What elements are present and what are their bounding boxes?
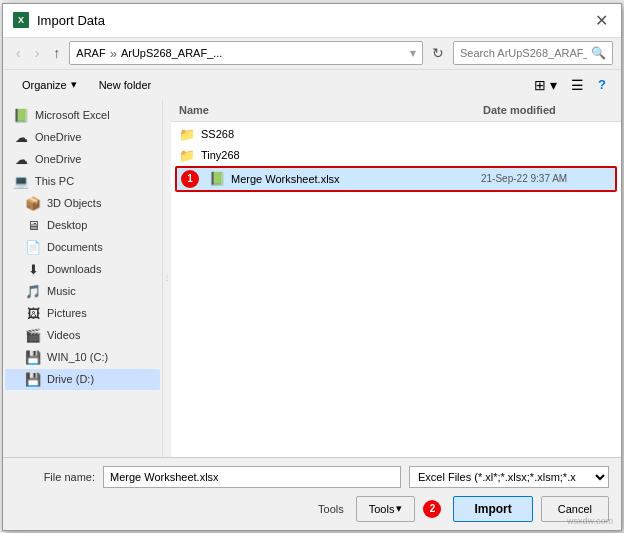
sidebar-item-label: 3D Objects [47,197,152,209]
onedrive1-icon: ☁ [13,130,29,145]
col-date-header: Date modified [483,104,613,116]
tools-button[interactable]: Tools ▾ [356,496,416,522]
sidebar-item-pictures[interactable]: 🖼 Pictures [5,303,160,324]
sidebar-item-winc[interactable]: 💾 WIN_10 (C:) [5,347,160,368]
sidebar-item-label: Documents [47,241,152,253]
sidebar-item-label: OneDrive [35,131,152,143]
sidebar-item-label: Music [47,285,152,297]
sidebar-item-label: Drive (D:) [47,373,152,385]
main-content: 📗 Microsoft Excel ☁ OneDrive ☁ OneDrive … [3,100,621,457]
sidebar-item-documents[interactable]: 📄 Documents [5,237,160,258]
tools-btn-label: Tools [369,503,395,515]
filename-row: File name: Excel Files (*.xl*;*.xlsx;*.x… [15,466,609,488]
breadcrumb-dropdown-icon[interactable]: ▾ [410,46,416,60]
file-item-tiny268[interactable]: 📁 Tiny268 [175,145,617,166]
documents-icon: 📄 [25,240,41,255]
import-label: Import [474,502,511,516]
sidebar-item-label: Pictures [47,307,152,319]
details-view-button[interactable]: ☰ [566,74,589,96]
sidebar-item-downloads[interactable]: ⬇ Downloads [5,259,160,280]
search-icon: 🔍 [591,46,606,60]
tools-dropdown-icon: ▾ [396,502,402,515]
sidebar-item-drived[interactable]: 💾 Drive (D:) [5,369,160,390]
forward-button[interactable]: › [30,42,45,64]
toolbar2-right: ⊞ ▾ ☰ ? [529,74,611,96]
winc-icon: 💾 [25,350,41,365]
filename-input[interactable] [103,466,401,488]
videos-icon: 🎬 [25,328,41,343]
sidebar-item-label: Videos [47,329,152,341]
filetype-select[interactable]: Excel Files (*.xl*;*.xlsx;*.xlsm;*.x [409,466,609,488]
file-list: 📁 SS268 📁 Tiny268 1 📗 Merge Worksheet.xl… [171,122,621,457]
cancel-label: Cancel [558,503,592,515]
sidebar-item-label: Desktop [47,219,152,231]
sidebar-item-onedrive1[interactable]: ☁ OneDrive [5,127,160,148]
folder-icon: 📁 [179,148,195,163]
organize-arrow-icon: ▾ [71,78,77,91]
new-folder-button[interactable]: New folder [90,76,161,94]
badge-1: 1 [181,170,199,188]
sidebar-item-label: This PC [35,175,152,187]
file-item-ss268[interactable]: 📁 SS268 [175,124,617,145]
navigation-toolbar: ‹ › ↑ ARAF » ArUpS268_ARAF_... ▾ ↻ 🔍 [3,38,621,70]
desktop-icon: 🖥 [25,218,41,233]
music-icon: 🎵 [25,284,41,299]
dialog-icon: X [13,12,29,28]
close-button[interactable]: ✕ [591,10,611,30]
breadcrumb-part2: ArUpS268_ARAF_... [121,47,223,59]
filename-label: File name: [15,471,95,483]
sidebar-item-3dobjects[interactable]: 📦 3D Objects [5,193,160,214]
dialog-title: Import Data [37,13,105,28]
breadcrumb[interactable]: ARAF » ArUpS268_ARAF_... ▾ [69,41,423,65]
sidebar-item-thispc[interactable]: 💻 This PC [5,171,160,192]
action-toolbar: Organize ▾ New folder ⊞ ▾ ☰ ? [3,70,621,100]
file-name: Merge Worksheet.xlsx [231,173,475,185]
3dobjects-icon: 📦 [25,196,41,211]
excel-icon: 📗 [13,108,29,123]
sidebar: 📗 Microsoft Excel ☁ OneDrive ☁ OneDrive … [3,100,163,457]
file-list-header: Name Date modified [171,100,621,122]
search-input[interactable] [460,47,587,59]
import-button[interactable]: Import [453,496,532,522]
onedrive2-icon: ☁ [13,152,29,167]
toolbar2-left: Organize ▾ New folder [13,75,160,94]
file-date: 21-Sep-22 9:37 AM [481,173,611,184]
col-name-header: Name [179,104,483,116]
thispc-icon: 💻 [13,174,29,189]
folder-icon: 📁 [179,127,195,142]
pictures-icon: 🖼 [25,306,41,321]
sidebar-item-desktop[interactable]: 🖥 Desktop [5,215,160,236]
file-name: SS268 [201,128,477,140]
downloads-icon: ⬇ [25,262,41,277]
up-button[interactable]: ↑ [48,42,65,64]
file-item-merge[interactable]: 1 📗 Merge Worksheet.xlsx 21-Sep-22 9:37 … [175,166,617,192]
excel-file-icon: 📗 [209,171,225,186]
help-button[interactable]: ? [593,74,611,95]
drived-icon: 💾 [25,372,41,387]
sidebar-item-label: OneDrive [35,153,152,165]
bottom-area: File name: Excel Files (*.xl*;*.xlsx;*.x… [3,457,621,530]
badge-2: 2 [423,500,441,518]
breadcrumb-part1: ARAF [76,47,105,59]
sidebar-item-excel[interactable]: 📗 Microsoft Excel [5,105,160,126]
search-box: 🔍 [453,41,613,65]
organize-button[interactable]: Organize ▾ [13,75,86,94]
import-dialog: X Import Data ✕ ‹ › ↑ ARAF » ArUpS268_AR… [2,3,622,531]
sidebar-item-label: Downloads [47,263,152,275]
title-bar: X Import Data ✕ [3,4,621,38]
buttons-row: Tools Tools ▾ 2 Import Cancel [15,496,609,522]
view-options-button[interactable]: ⊞ ▾ [529,74,562,96]
resize-dots-icon: ⋮ [163,274,171,282]
tools-label: Tools [318,503,344,515]
back-button[interactable]: ‹ [11,42,26,64]
sidebar-item-videos[interactable]: 🎬 Videos [5,325,160,346]
organize-label: Organize [22,79,67,91]
sidebar-item-onedrive2[interactable]: ☁ OneDrive [5,149,160,170]
resize-handle[interactable]: ⋮ [163,100,171,457]
sidebar-item-music[interactable]: 🎵 Music [5,281,160,302]
refresh-button[interactable]: ↻ [427,42,449,64]
sidebar-item-label: WIN_10 (C:) [47,351,152,363]
title-bar-left: X Import Data [13,12,105,28]
sidebar-item-label: Microsoft Excel [35,109,152,121]
cancel-button[interactable]: Cancel [541,496,609,522]
